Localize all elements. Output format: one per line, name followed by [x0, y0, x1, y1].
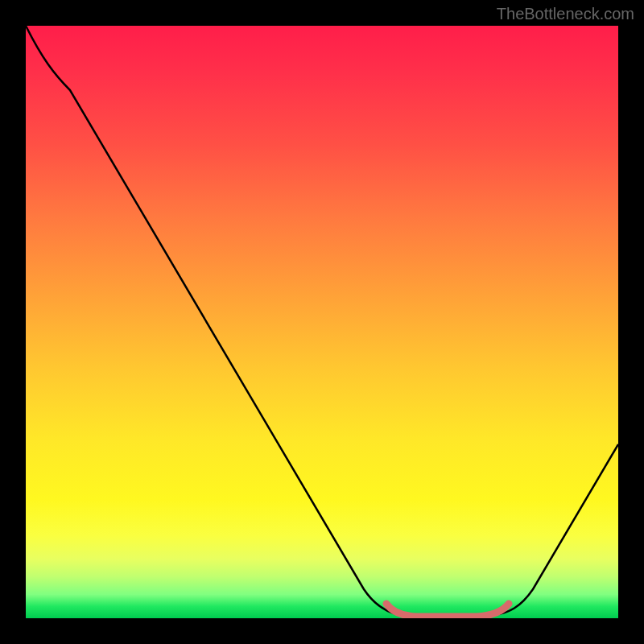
bottleneck-curve-path: [26, 26, 618, 618]
chart-plot-area: [26, 26, 618, 618]
optimal-zone-marker: [386, 604, 509, 617]
watermark-text: TheBottleneck.com: [497, 5, 634, 23]
curve-overlay: [26, 26, 618, 618]
